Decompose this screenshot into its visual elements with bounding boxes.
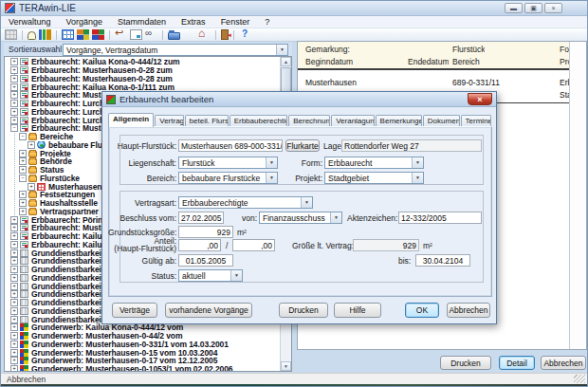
blocks-red-icon[interactable] — [92, 29, 104, 40]
expander-icon[interactable]: + — [19, 208, 27, 215]
footer-detail-button[interactable]: Detail — [499, 356, 535, 370]
tree-item[interactable]: +Grunderwerb: Kailua Kona-0-444/12 vom — [5, 323, 279, 332]
expander-icon[interactable]: + — [10, 91, 18, 99]
expander-icon[interactable]: + — [10, 224, 18, 231]
drucken-button[interactable]: Drucken — [279, 303, 328, 318]
blocks-orange-icon[interactable] — [77, 29, 89, 40]
tree-item[interactable]: +Grunderwerb: Musterhausen-0-44/2 vom — [5, 332, 279, 341]
menu-item[interactable]: Extras — [174, 17, 213, 27]
expander-icon[interactable]: + — [10, 357, 18, 364]
expander-icon[interactable]: + — [19, 199, 27, 207]
grid-icon[interactable] — [62, 29, 74, 40]
status-combobox[interactable]: aktuell▼ — [178, 269, 243, 282]
expander-icon[interactable]: + — [10, 323, 18, 331]
bell-icon[interactable] — [28, 31, 36, 40]
menu-item[interactable]: ? — [257, 17, 277, 27]
expander-icon[interactable]: + — [10, 58, 18, 65]
minimize-button[interactable]: ▬ — [505, 3, 523, 13]
expander-icon[interactable]: + — [10, 75, 18, 83]
anteil-field-2[interactable]: ,00 — [232, 239, 275, 251]
folders-icon[interactable] — [168, 32, 180, 40]
bereich-combobox[interactable]: bebaubare Flurstücke▼ — [178, 172, 278, 184]
tree-item[interactable]: +Erbbaurecht: Kailua Kona-0-1/111 zum — [5, 83, 279, 91]
expander-icon[interactable]: + — [19, 157, 27, 165]
hierarchy-icon[interactable] — [39, 29, 51, 40]
menu-item[interactable]: Stammdaten — [110, 17, 174, 27]
tree-item[interactable]: +Erbbaurecht: Musterhausen-0-28 zum — [5, 75, 279, 83]
expander-icon[interactable]: + — [10, 100, 18, 107]
chevron-down-icon[interactable]: ▼ — [412, 157, 423, 168]
dialog-close-icon[interactable]: × — [468, 93, 492, 105]
chevron-down-icon[interactable]: ▼ — [266, 157, 277, 168]
resize-grip[interactable] — [574, 375, 585, 383]
anteil-field-1[interactable]: ,00 — [178, 239, 221, 251]
expander-icon[interactable]: + — [10, 241, 18, 249]
menu-item[interactable]: Verwaltung — [1, 17, 59, 27]
list-scrollbar[interactable] — [569, 42, 586, 349]
hilfe-button[interactable]: Hilfe — [334, 303, 381, 318]
chevron-down-icon[interactable]: ▼ — [230, 270, 242, 281]
expander-icon[interactable]: + — [28, 141, 35, 149]
expander-icon[interactable]: + — [19, 191, 27, 198]
expander-icon[interactable]: + — [10, 216, 18, 224]
exit-icon[interactable] — [221, 29, 229, 40]
tree-item[interactable]: +Erbbaurecht: Kailua Kona-0-444/12 zum — [5, 58, 279, 66]
expander-icon[interactable]: + — [19, 166, 27, 174]
sorter-combobox[interactable]: Vorgänge, Vertragsdatum ▼ — [63, 44, 288, 56]
scroll-down-icon[interactable]: ▼ — [281, 361, 291, 371]
expander-icon[interactable]: – — [10, 124, 18, 132]
expander-icon[interactable]: + — [10, 117, 18, 124]
chevron-down-icon[interactable]: ▼ — [301, 197, 312, 208]
chevron-down-icon[interactable]: ▼ — [276, 45, 287, 55]
expander-icon[interactable]: + — [28, 183, 35, 191]
form-combobox[interactable]: Erbbaurecht▼ — [324, 157, 424, 169]
tree-item[interactable]: +Grunderwerb: Musterhausen-0-331/1 vom 1… — [5, 341, 279, 349]
menu-item[interactable]: Fenster — [213, 17, 258, 27]
beschluss-vom-field[interactable]: 27.02.2005 — [178, 212, 224, 224]
expander-icon[interactable]: + — [10, 299, 18, 306]
home-icon[interactable] — [198, 29, 211, 40]
expander-icon[interactable]: + — [10, 349, 18, 357]
expander-icon[interactable]: – — [19, 133, 27, 140]
chevron-down-icon[interactable]: ▼ — [330, 212, 341, 223]
expander-icon[interactable]: + — [10, 365, 18, 371]
von-combobox[interactable]: Finanzausschuss▼ — [259, 212, 342, 224]
gueltig-ab-field[interactable]: 01.05.2005 — [178, 254, 233, 267]
tree-item[interactable]: +Erbbaurecht: Musterhausen-0-28 zum — [5, 66, 279, 75]
undo-icon[interactable] — [115, 29, 127, 40]
liegenschaft-combobox[interactable]: Flurstück▼ — [178, 157, 278, 169]
ok-button[interactable]: OK — [405, 303, 439, 318]
expander-icon[interactable]: + — [10, 232, 18, 240]
chevron-down-icon[interactable]: ▼ — [412, 173, 423, 183]
tree-item[interactable]: +Grunderwerb: Musterhausen-0-17 vom 12.1… — [5, 357, 279, 365]
expander-icon[interactable]: + — [10, 108, 18, 116]
expander-icon[interactable]: + — [10, 257, 18, 265]
expander-icon[interactable]: + — [10, 316, 18, 323]
scroll-up-icon[interactable]: ▲ — [281, 57, 291, 66]
maximize-button[interactable]: ▣ — [524, 3, 542, 13]
expander-icon[interactable]: – — [19, 175, 27, 182]
footer-abbrechen-button[interactable]: Abbrechen — [541, 356, 586, 370]
table-icon[interactable] — [5, 29, 17, 40]
expander-icon[interactable]: + — [10, 66, 18, 74]
expander-icon[interactable]: + — [19, 150, 27, 157]
menu-item[interactable]: Vorgänge — [59, 17, 111, 27]
tree-item[interactable]: +Grunderwerb: Musterhausen-0-15 vom 10.0… — [5, 348, 279, 357]
expander-icon[interactable]: + — [10, 341, 18, 348]
close-button[interactable]: × — [544, 3, 562, 13]
expander-icon[interactable]: + — [10, 266, 18, 273]
vertraege-button[interactable]: Verträge — [112, 303, 157, 318]
abbrechen-button[interactable]: Abbrechen — [447, 303, 490, 318]
expander-icon[interactable]: + — [10, 283, 18, 290]
grundstuecksgroesse-field[interactable]: 929 — [178, 226, 233, 238]
expander-icon[interactable]: + — [10, 307, 18, 315]
expander-icon[interactable]: + — [10, 274, 18, 282]
caret-down-icon[interactable] — [183, 29, 195, 40]
tab-allgemein[interactable]: Allgemein — [108, 113, 154, 127]
chevron-down-icon[interactable]: ▼ — [266, 173, 277, 183]
flurkarte-button[interactable]: Flurkarte — [285, 139, 320, 152]
expander-icon[interactable]: + — [10, 249, 18, 257]
expander-icon[interactable]: + — [10, 332, 18, 340]
aktenzeichen-field[interactable]: 12-332/2005 — [398, 212, 482, 224]
vorhandene-vorgaenge-button[interactable]: vorhandene Vorgänge — [165, 303, 252, 318]
